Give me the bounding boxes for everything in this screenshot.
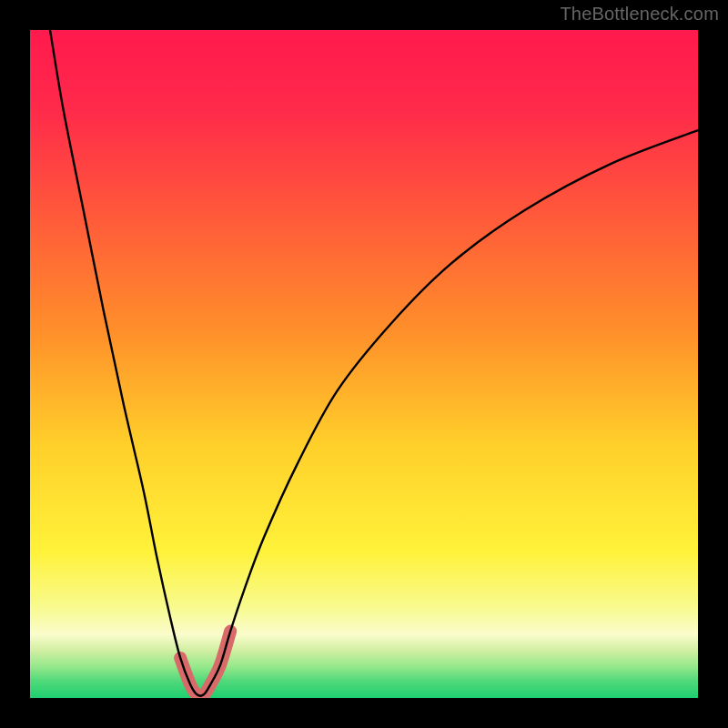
- chart-frame: TheBottleneck.com: [0, 0, 728, 728]
- bottleneck-curve: [50, 30, 698, 696]
- highlight-band: [180, 632, 230, 696]
- watermark-text: TheBottleneck.com: [560, 4, 719, 25]
- curve-layer: [30, 30, 698, 698]
- plot-area: [30, 30, 698, 698]
